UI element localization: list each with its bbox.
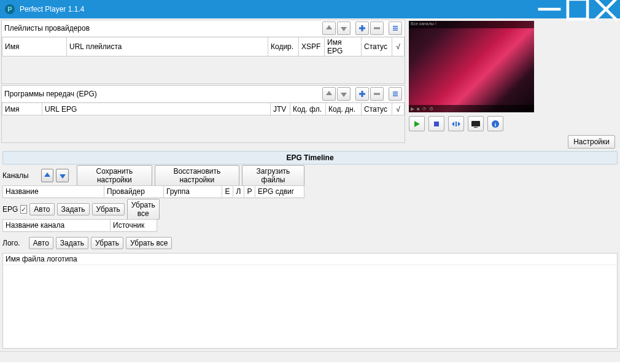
svg-marker-30 — [60, 174, 66, 179]
minimize-button[interactable] — [535, 0, 564, 18]
col-name[interactable]: Имя — [2, 37, 67, 56]
player-controls: i — [409, 116, 619, 131]
move-up-button[interactable] — [322, 21, 336, 35]
col-epgname[interactable]: Имя EPG — [325, 37, 362, 56]
svg-rect-26 — [474, 127, 478, 128]
col-codfl[interactable]: Код. фл. — [290, 103, 326, 115]
logo-label: Лого. — [2, 239, 20, 247]
col-url[interactable]: URL EPG — [42, 103, 271, 115]
col-shift[interactable]: EPG сдвиг — [255, 186, 304, 197]
logo-set-button[interactable]: Задать — [56, 237, 88, 249]
col-logo-file[interactable]: Имя файла логотипа — [3, 254, 617, 265]
col-chname[interactable]: Название — [3, 186, 104, 197]
col-source[interactable]: Источник — [110, 220, 157, 231]
col-channel-name[interactable]: Название канала — [3, 220, 110, 231]
move-up-button[interactable] — [322, 87, 336, 101]
col-group[interactable]: Группа — [164, 186, 222, 197]
col-xspf[interactable]: XSPF — [299, 37, 325, 56]
play-button[interactable] — [409, 116, 425, 131]
col-url[interactable]: URL плейлиста — [67, 37, 268, 56]
info-button[interactable]: i — [487, 116, 503, 131]
svg-marker-13 — [341, 93, 347, 97]
video-preview[interactable]: Все каналы ! ▶■⟳⚙ — [409, 21, 534, 112]
menu-button[interactable] — [389, 21, 402, 35]
svg-marker-5 — [341, 27, 347, 31]
col-status[interactable]: Статус — [362, 103, 392, 115]
col-jtv[interactable]: JTV — [271, 103, 290, 115]
move-down-button[interactable] — [337, 21, 351, 35]
skip-button[interactable] — [448, 116, 464, 131]
settings-button[interactable]: Настройки — [568, 135, 615, 149]
epgassign-list[interactable]: Название канала Источник — [2, 219, 157, 232]
svg-marker-4 — [326, 25, 332, 29]
menu-button[interactable] — [389, 87, 402, 101]
add-button[interactable] — [355, 87, 369, 101]
col-check[interactable]: √ — [392, 37, 405, 56]
epg-checkbox[interactable] — [20, 205, 27, 214]
remove-button[interactable] — [370, 87, 384, 101]
save-settings-button[interactable]: Сохранить настройки — [77, 165, 152, 186]
stop-button[interactable] — [428, 116, 444, 131]
col-status[interactable]: Статус — [362, 37, 392, 56]
logo-removeall-button[interactable]: Убрать все — [126, 237, 172, 249]
close-button[interactable] — [592, 0, 620, 18]
col-check[interactable]: √ — [392, 103, 405, 115]
epg-panel: Программы передач (EPG) Имя URL EPG JTV … — [1, 85, 405, 143]
epg-set-button[interactable]: Задать — [57, 203, 90, 215]
epg-title: Программы передач (EPG) — [4, 90, 321, 98]
playlists-table[interactable]: Имя URL плейлиста Кодир. XSPF Имя EPG Ст… — [2, 37, 405, 56]
svg-rect-25 — [471, 121, 480, 126]
channels-list[interactable]: Название Провайдер Группа E Л Р EPG сдви… — [2, 185, 304, 198]
app-icon: P — [5, 4, 15, 14]
epgassign-label: EPG — [2, 205, 18, 214]
remove-button[interactable] — [370, 21, 384, 35]
titlebar: P Perfect Player 1.1.4 — [0, 0, 620, 18]
svg-marker-23 — [458, 122, 460, 126]
channels-up-button[interactable] — [41, 169, 53, 182]
col-coddn[interactable]: Код. дн. — [326, 103, 362, 115]
col-l[interactable]: Л — [233, 186, 244, 197]
col-e[interactable]: E — [222, 186, 233, 197]
col-p[interactable]: Р — [244, 186, 255, 197]
svg-rect-24 — [455, 122, 457, 126]
logo-list[interactable]: Имя файла логотипа — [2, 253, 618, 349]
screen-button[interactable] — [468, 116, 484, 131]
logo-auto-button[interactable]: Авто — [29, 237, 53, 249]
content: Плейлисты провайдеров Имя URL плейлиста … — [0, 18, 620, 351]
channels-label: Каналы — [2, 171, 29, 180]
monitor-label: Все каналы ! — [411, 21, 436, 28]
restore-settings-button[interactable]: Восстановить настройки — [155, 165, 239, 186]
epg-remove-button[interactable]: Убрать — [92, 203, 125, 215]
window-title: Perfect Player 1.1.4 — [20, 5, 535, 14]
col-name[interactable]: Имя — [2, 103, 42, 115]
playlists-panel: Плейлисты провайдеров Имя URL плейлиста … — [1, 20, 405, 84]
maximize-button[interactable] — [564, 0, 592, 18]
move-down-button[interactable] — [337, 87, 351, 101]
col-encoding[interactable]: Кодир. — [268, 37, 299, 56]
logo-remove-button[interactable]: Убрать — [91, 237, 123, 249]
svg-marker-29 — [44, 172, 50, 177]
epg-timeline-bar[interactable]: EPG Timeline — [2, 151, 618, 165]
svg-rect-1 — [568, 0, 587, 19]
playlists-title: Плейлисты провайдеров — [4, 24, 321, 33]
status-bar — [0, 351, 620, 362]
svg-marker-22 — [452, 122, 454, 126]
epg-removeall-button[interactable]: Убрать все — [127, 199, 160, 220]
add-button[interactable] — [355, 21, 369, 35]
channels-down-button[interactable] — [56, 169, 68, 182]
col-provider[interactable]: Провайдер — [104, 186, 164, 197]
load-files-button[interactable]: Загрузить файлы — [242, 165, 304, 186]
epg-auto-button[interactable]: Авто — [29, 203, 54, 215]
svg-rect-21 — [434, 122, 439, 126]
svg-marker-12 — [326, 91, 332, 95]
svg-marker-20 — [414, 121, 420, 127]
epg-table[interactable]: Имя URL EPG JTV Код. фл. Код. дн. Статус… — [2, 103, 405, 115]
